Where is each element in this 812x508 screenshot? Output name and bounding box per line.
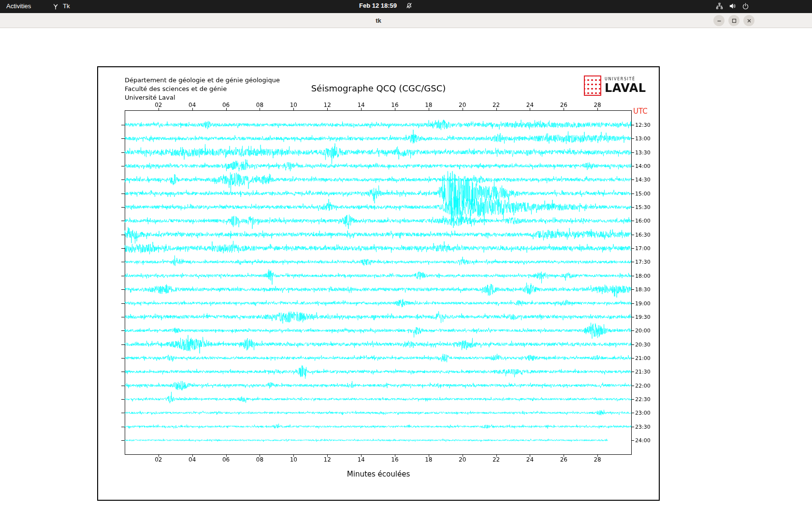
trace-time-label: 19:30 xyxy=(635,314,651,320)
trace-time-label: 17:30 xyxy=(635,259,651,265)
clock-label: Feb 12 18:59 xyxy=(359,2,397,9)
trace-time-label: 23:00 xyxy=(635,410,651,416)
seismograph-panel: Département de géologie et de génie géol… xyxy=(98,67,659,500)
maximize-icon xyxy=(731,18,737,24)
logo-universite-text: UNIVERSITÉ xyxy=(605,77,646,81)
tk-app-icon xyxy=(52,2,59,10)
x-tick-label-top: 16 xyxy=(389,102,401,108)
window-title-bar[interactable]: tk xyxy=(0,13,812,28)
clock-area[interactable]: Feb 12 18:59 xyxy=(359,2,413,9)
trace-time-label: 15:00 xyxy=(635,191,651,197)
chart-title: Séismographe QCQ (CGC/GSC) xyxy=(98,83,659,93)
window-title: tk xyxy=(376,17,381,24)
x-tick-label-top: 28 xyxy=(592,102,603,108)
x-tick-label-bottom: 16 xyxy=(389,456,401,463)
trace-time-label: 16:30 xyxy=(635,232,651,238)
trace-time-label: 22:00 xyxy=(635,383,651,389)
trace-time-label: 16:00 xyxy=(635,218,651,224)
trace-time-label: 23:30 xyxy=(635,424,651,430)
minimize-button[interactable] xyxy=(713,15,725,26)
universite-laval-logo: UNIVERSITÉ LAVAL xyxy=(584,75,646,96)
close-button[interactable] xyxy=(743,15,754,26)
trace-time-label: 21:30 xyxy=(635,369,651,375)
x-tick-label-bottom: 20 xyxy=(457,456,468,463)
trace-time-label: 20:30 xyxy=(635,342,651,348)
activities-button[interactable]: Activities xyxy=(6,2,31,10)
x-tick-label-top: 08 xyxy=(254,102,265,108)
trace-time-label: 20:00 xyxy=(635,328,651,334)
x-tick-label-top: 12 xyxy=(321,102,333,108)
window-controls xyxy=(713,15,754,26)
laval-wordmark: UNIVERSITÉ LAVAL xyxy=(605,77,646,94)
speaker-icon xyxy=(729,2,736,10)
trace-time-label: 18:00 xyxy=(635,273,651,279)
trace-time-label: 15:30 xyxy=(635,204,651,210)
seismograph-frame: Département de géologie et de génie géol… xyxy=(97,66,660,501)
x-tick-label-bottom: 02 xyxy=(153,456,164,463)
x-tick-label-bottom: 22 xyxy=(491,456,502,463)
trace-time-label: 18:30 xyxy=(635,286,651,293)
desktop: Activities Tk Feb 12 18:59 xyxy=(0,0,812,508)
minimize-icon xyxy=(716,18,722,24)
x-tick-label-top: 20 xyxy=(457,102,468,108)
tk-window-content: Département de géologie et de génie géol… xyxy=(0,28,812,508)
x-tick-label-top: 18 xyxy=(423,102,435,108)
trace-time-label: 14:30 xyxy=(635,177,651,183)
x-tick-label-bottom: 26 xyxy=(558,456,569,463)
x-tick-label-top: 04 xyxy=(187,102,198,108)
x-tick-label-bottom: 18 xyxy=(423,456,435,463)
system-tray[interactable] xyxy=(716,2,749,10)
x-tick-label-bottom: 04 xyxy=(187,456,198,463)
maximize-button[interactable] xyxy=(728,15,740,26)
trace-time-label: 22:30 xyxy=(635,396,651,403)
x-tick-label-top: 02 xyxy=(153,102,164,108)
logo-laval-text: LAVAL xyxy=(605,82,646,94)
x-tick-label-top: 22 xyxy=(491,102,502,108)
address-line-3: Université Laval xyxy=(125,93,280,102)
x-axis-title: Minutes écoulées xyxy=(98,470,659,478)
trace-time-label: 19:00 xyxy=(635,300,651,307)
trace-time-label: 12:30 xyxy=(635,122,651,128)
bell-crossed-icon xyxy=(406,2,413,9)
utc-label: UTC xyxy=(633,107,648,116)
trace-time-label: 21:00 xyxy=(635,355,651,361)
close-icon xyxy=(746,18,752,24)
x-tick-label-bottom: 28 xyxy=(592,456,603,463)
trace-time-label: 13:30 xyxy=(635,149,651,156)
trace-time-label: 24:00 xyxy=(635,437,651,444)
x-tick-label-bottom: 10 xyxy=(288,456,299,463)
x-tick-label-bottom: 08 xyxy=(254,456,265,463)
x-tick-label-bottom: 06 xyxy=(220,456,232,463)
focused-app-name[interactable]: Tk xyxy=(63,2,70,10)
x-tick-label-top: 24 xyxy=(524,102,536,108)
x-tick-label-bottom: 14 xyxy=(355,456,367,463)
x-tick-label-bottom: 24 xyxy=(524,456,536,463)
network-tree-icon xyxy=(716,2,723,10)
x-tick-label-top: 10 xyxy=(288,102,299,108)
laval-shield-icon xyxy=(584,75,601,96)
trace-time-label: 13:00 xyxy=(635,135,651,142)
seismogram-canvas xyxy=(98,67,659,500)
x-tick-label-top: 26 xyxy=(558,102,569,108)
power-icon xyxy=(742,2,749,10)
trace-time-label: 14:00 xyxy=(635,163,651,169)
gnome-top-bar: Activities Tk Feb 12 18:59 xyxy=(0,0,812,13)
trace-time-label: 17:00 xyxy=(635,245,651,252)
x-tick-label-top: 14 xyxy=(355,102,367,108)
x-tick-label-bottom: 12 xyxy=(321,456,333,463)
x-tick-label-top: 06 xyxy=(220,102,232,108)
